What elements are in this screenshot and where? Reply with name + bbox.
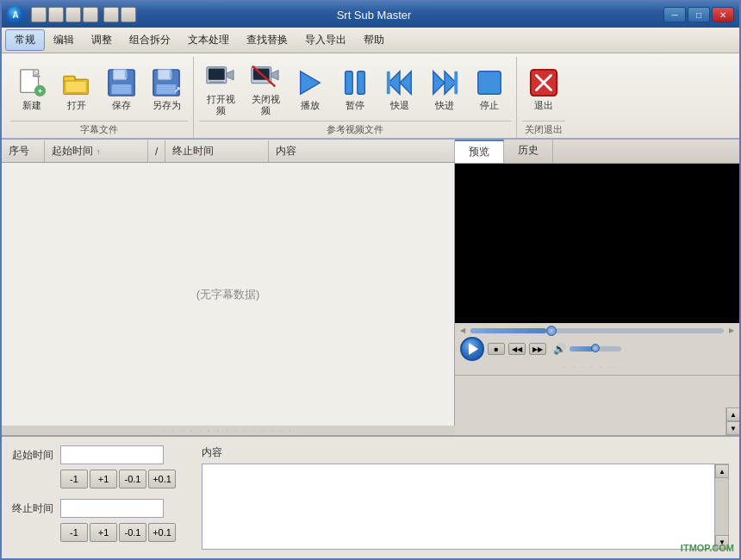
video-panel: 预览 历史 ◀ ▶ — [455, 140, 739, 435]
progress-bar[interactable] — [470, 328, 724, 333]
edit-area: 起始时间 -1 +1 -0.1 +0.1 终止时间 -1 +1 -0. — [2, 435, 739, 558]
start-plus1-btn[interactable]: +1 — [90, 470, 117, 488]
menu-item-combine[interactable]: 组合拆分 — [121, 30, 179, 50]
svg-rect-10 — [125, 70, 128, 78]
content-scroll-up[interactable]: ▲ — [715, 464, 729, 478]
toolbar-redo-icon[interactable] — [121, 7, 136, 22]
ribbon-btn-open-video[interactable]: 打开视频 — [199, 57, 242, 119]
title-bar: A Srt Sub Master ─ □ ✕ — [2, 2, 739, 28]
volume-thumb[interactable] — [591, 344, 600, 352]
start-time-adj-row: -1 +1 -0.1 +0.1 — [60, 470, 184, 488]
end-minus1-btn[interactable]: -1 — [60, 523, 88, 542]
open-file-icon — [62, 68, 91, 97]
toolbar-new-icon[interactable] — [31, 7, 47, 22]
app-icon: A — [7, 6, 24, 23]
resize-handle[interactable]: · · · · · · · · · · · · · · · — [2, 426, 455, 435]
menu-item-help[interactable]: 帮助 — [355, 30, 393, 50]
menu-item-text[interactable]: 文本处理 — [179, 30, 238, 50]
ribbon-btn-pause[interactable]: 暂停 — [333, 62, 377, 114]
ribbon-group-exit: 退出 关闭退出 — [517, 57, 570, 138]
time-left: ◀ — [460, 327, 465, 334]
video-timeline: ▲ ▼ — [455, 375, 739, 435]
video-screen — [455, 164, 739, 323]
ribbon-group-video: 打开视频 关闭视频 — [194, 57, 517, 138]
toolbar-print-icon[interactable] — [83, 7, 98, 22]
end-time-adj-row: -1 +1 -0.1 +0.1 — [60, 523, 184, 542]
ribbon-btn-stop[interactable]: 停止 — [468, 62, 511, 114]
col-sort-icon: ↑ — [97, 147, 101, 156]
toolbar-save-icon[interactable] — [65, 7, 81, 22]
start-minus1-btn[interactable]: -1 — [60, 470, 88, 488]
open-video-icon — [205, 61, 236, 92]
maximize-button[interactable]: □ — [688, 7, 710, 22]
split-area: 序号 起始时间 ↑ / 终止时间 内容 (无字幕数据) · · · · — [2, 140, 739, 435]
col-content: 内容 — [269, 140, 455, 162]
menu-item-import[interactable]: 导入导出 — [296, 30, 355, 50]
timeline-content — [455, 376, 739, 408]
forward-label: 快进 — [435, 100, 454, 111]
progress-bar-row: ◀ ▶ — [460, 327, 734, 334]
svg-text:↗: ↗ — [174, 85, 181, 94]
end-time-input[interactable] — [60, 499, 164, 518]
end-plus01-btn[interactable]: +0.1 — [148, 523, 176, 542]
saveas-file-icon: ↗ — [152, 68, 181, 97]
menu-bar: 常规 编辑 调整 组合拆分 文本处理 查找替换 导入导出 帮助 — [2, 28, 739, 53]
ribbon-btn-rewind[interactable]: 快退 — [378, 62, 421, 114]
subtitle-table: (无字幕数据) — [2, 163, 455, 426]
transport-prev-btn[interactable]: ◀◀ — [508, 343, 526, 355]
content-scrollbar-track — [715, 478, 728, 535]
content-textarea[interactable] — [202, 464, 715, 550]
svg-rect-5 — [64, 76, 75, 81]
svg-marker-28 — [400, 71, 411, 93]
menu-item-search[interactable]: 查找替换 — [238, 30, 296, 50]
open-video-svg — [206, 62, 235, 91]
forward-svg — [430, 68, 459, 97]
new-label: 新建 — [22, 100, 41, 111]
ribbon-buttons-subtitle: + 新建 打开 — [10, 57, 188, 119]
scrollbar-v: ▲ ▼ — [725, 408, 739, 435]
transport-next-btn[interactable]: ▶▶ — [529, 343, 546, 355]
end-minus01-btn[interactable]: -0.1 — [119, 523, 146, 542]
transport-stop-btn[interactable]: ■ — [488, 343, 505, 355]
saveas-icon: ↗ — [151, 67, 182, 98]
toolbar-undo-icon[interactable] — [103, 7, 119, 22]
ribbon-btn-play[interactable]: 播放 — [289, 62, 332, 114]
svg-marker-27 — [389, 71, 400, 93]
ribbon-btn-open[interactable]: 打开 — [55, 62, 98, 114]
svg-rect-6 — [65, 81, 87, 92]
volume-slider[interactable] — [570, 346, 621, 352]
scroll-down-btn[interactable]: ▼ — [726, 421, 739, 435]
volume-icon[interactable]: 🔊 — [553, 343, 566, 355]
scroll-up-btn[interactable]: ▲ — [726, 408, 739, 421]
toolbar-open-icon[interactable] — [48, 7, 64, 22]
pause-svg — [340, 68, 370, 97]
tab-preview[interactable]: 预览 — [455, 140, 504, 163]
tab-history[interactable]: 历史 — [504, 140, 553, 163]
ribbon-buttons-exit: 退出 — [522, 57, 565, 119]
ribbon-btn-new[interactable]: + 新建 — [10, 62, 53, 114]
ribbon-btn-exit[interactable]: 退出 — [522, 62, 565, 114]
ribbon-btn-save[interactable]: 保存 — [100, 62, 143, 114]
close-button[interactable]: ✕ — [712, 7, 734, 22]
svg-rect-19 — [209, 82, 224, 83]
new-file-icon: + — [17, 68, 47, 97]
stop-svg — [475, 68, 504, 97]
content-scrollbar: ▲ ▼ — [715, 464, 729, 550]
progress-thumb[interactable] — [546, 326, 557, 336]
end-plus1-btn[interactable]: +1 — [90, 523, 117, 542]
transport-play-btn[interactable] — [460, 337, 484, 361]
start-minus01-btn[interactable]: -0.1 — [119, 470, 146, 488]
ribbon-btn-forward[interactable]: 快进 — [423, 62, 466, 114]
svg-rect-29 — [387, 71, 390, 93]
content-scroll-down[interactable]: ▼ — [715, 535, 729, 549]
menu-item-edit[interactable]: 编辑 — [45, 30, 83, 50]
saveas-label: 另存为 — [153, 100, 181, 111]
ribbon-btn-saveas[interactable]: ↗ 另存为 — [145, 62, 188, 114]
window-controls: ─ □ ✕ — [663, 7, 734, 22]
start-time-input[interactable] — [60, 445, 164, 464]
menu-item-adjust[interactable]: 调整 — [83, 30, 121, 50]
menu-item-normal[interactable]: 常规 — [5, 29, 45, 51]
minimize-button[interactable]: ─ — [663, 7, 686, 22]
ribbon-btn-close-video[interactable]: 关闭视频 — [244, 57, 287, 119]
start-plus01-btn[interactable]: +0.1 — [148, 470, 176, 488]
